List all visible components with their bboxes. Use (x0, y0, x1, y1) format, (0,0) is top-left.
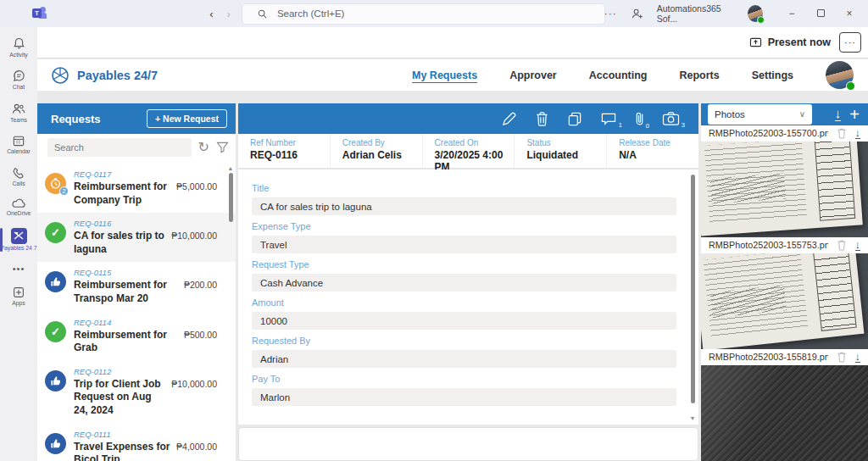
duplicate-copy-icon[interactable] (567, 111, 582, 127)
rail-more-icon[interactable]: ••• (0, 257, 37, 280)
restore-button[interactable] (810, 8, 831, 19)
photo-filename: RMBPhoto252003-155753.png (709, 240, 828, 250)
request-row-0116[interactable]: ✓ REQ-0116 CA for sales trip to laguna ₱… (37, 213, 236, 262)
app-rail: Activity Chat Teams Calendar Calls OneDr… (0, 27, 37, 461)
titlebar-more-icon[interactable]: ··· (604, 8, 617, 19)
request-form: Title Expense Type Request Type Amount R… (238, 169, 698, 425)
photos-panel: Photos ∨ ↓ + RMBPhoto252003-155700.png ↓… (701, 103, 868, 461)
info-created-by: Created By Adrian Celis (330, 134, 422, 168)
delete-photo-icon[interactable] (837, 351, 847, 363)
app-tabs: My Requests Approver Accounting Reports … (412, 61, 868, 89)
download-all-icon[interactable]: ↓ (835, 107, 842, 121)
photo-file-row: RMBPhoto252003-155819.png ↓ (701, 349, 868, 365)
teams-logo-icon: T (32, 6, 47, 21)
minimize-button[interactable]: − (782, 8, 802, 19)
form-scrollbar[interactable]: ▼ (689, 173, 696, 421)
chevron-down-icon: ∨ (799, 109, 805, 119)
presence-dot (757, 16, 765, 24)
delete-photo-icon[interactable] (837, 239, 847, 251)
photo-file-row: RMBPhoto252003-155700.png ↓ (701, 125, 868, 142)
tab-accounting[interactable]: Accounting (589, 66, 648, 85)
meeting-more-button[interactable]: ··· (839, 32, 861, 53)
close-button[interactable]: × (839, 8, 860, 19)
global-search-input[interactable]: Search (Ctrl+E) (242, 4, 604, 24)
photos-select[interactable]: Photos ∨ (708, 104, 812, 125)
comments-icon[interactable]: 1 (600, 111, 617, 126)
filter-icon[interactable] (216, 142, 229, 153)
thumbs-up-icon (45, 271, 66, 292)
amount-field[interactable] (252, 312, 676, 330)
title-field[interactable] (252, 197, 676, 215)
add-photo-icon[interactable]: + (849, 106, 860, 123)
refresh-icon[interactable]: ↻ (198, 141, 209, 154)
tab-my-requests[interactable]: My Requests (412, 66, 477, 85)
requests-title: Requests (51, 113, 101, 125)
request-row-0111[interactable]: REQ-0111 Travel Expenses for Bicol Trip … (37, 424, 236, 461)
add-people-icon[interactable] (631, 8, 643, 19)
payables-app-icon (11, 228, 27, 244)
requests-search-input[interactable] (47, 138, 192, 157)
aperture-logo-icon (51, 66, 70, 85)
approved-check-icon: ✓ (45, 222, 66, 243)
attachment-paperclip-icon[interactable]: 0 (635, 110, 644, 127)
org-name[interactable]: Automations365 Sof... (657, 3, 735, 24)
pending-count-badge: 2 (59, 186, 69, 196)
thumbs-up-icon (45, 370, 66, 392)
requested-by-field[interactable] (252, 350, 676, 368)
rail-item-payables[interactable]: Payables 24 7 (0, 223, 37, 257)
download-photo-icon[interactable]: ↓ (855, 127, 861, 139)
info-release-date: Release Date N/A (606, 134, 698, 168)
forward-arrow-icon: › (227, 8, 231, 20)
cloud-icon (11, 197, 26, 209)
apps-icon (12, 286, 25, 299)
teams-people-icon (11, 102, 26, 116)
photo-thumbnail-1[interactable] (701, 142, 868, 237)
photo-file-row: RMBPhoto252003-155753.png ↓ (701, 237, 868, 253)
tab-settings[interactable]: Settings (752, 66, 793, 85)
rail-item-onedrive[interactable]: OneDrive (0, 192, 37, 222)
expense-type-field[interactable] (252, 236, 676, 253)
request-detail-panel: 1 0 3 Ref Number REQ-0116 Created By Adr… (238, 103, 698, 461)
request-row-0117[interactable]: 2 REQ-0117 Reimbursement for Company Tri… (37, 164, 236, 213)
rail-item-teams[interactable]: Teams (0, 97, 37, 129)
download-photo-icon[interactable]: ↓ (855, 351, 861, 363)
present-now-button[interactable]: Present now (749, 36, 831, 48)
tab-approver[interactable]: Approver (509, 66, 557, 85)
download-photo-icon[interactable]: ↓ (855, 239, 861, 251)
pay-to-field[interactable] (252, 388, 676, 406)
titlebar-avatar[interactable] (748, 5, 763, 22)
photo-thumbnail-2[interactable] (701, 253, 868, 349)
tab-reports[interactable]: Reports (679, 66, 719, 85)
rail-item-calls[interactable]: Calls (0, 161, 37, 192)
rail-item-activity[interactable]: Activity (0, 31, 37, 64)
info-created-on: Created On 3/20/2025 4:00 PM (422, 134, 515, 168)
camera-photos-icon[interactable]: 3 (662, 111, 680, 126)
delete-photo-icon[interactable] (837, 127, 847, 139)
delete-trash-icon[interactable] (535, 111, 549, 127)
rail-item-apps[interactable]: Apps (0, 280, 37, 312)
user-avatar[interactable] (826, 61, 854, 89)
request-row-0115[interactable]: REQ-0115 Reimbursement for Transpo Mar 2… (37, 262, 236, 311)
page-title: Payables 24/7 (77, 69, 158, 82)
requests-scrollbar[interactable]: ▲ (227, 165, 234, 461)
photo-filename: RMBPhoto252003-155700.png (709, 128, 828, 138)
share-screen-icon (749, 36, 762, 48)
back-arrow-icon[interactable]: ‹ (209, 8, 213, 20)
comment-count: 1 (619, 121, 622, 129)
info-ref-number: Ref Number REQ-0116 (238, 134, 330, 168)
search-placeholder: Search (Ctrl+E) (277, 8, 345, 19)
request-row-0114[interactable]: ✓ REQ-0114 Reimbursement for Grab ₱500.0… (37, 312, 236, 361)
edit-pencil-icon[interactable] (501, 111, 517, 127)
info-status: Status Liquidated (514, 134, 606, 168)
new-request-button[interactable]: + New Request (147, 109, 227, 128)
photo-count: 3 (682, 121, 685, 129)
photo-thumbnail-3[interactable] (701, 365, 868, 461)
rail-item-calendar[interactable]: Calendar (0, 129, 37, 160)
requests-list: 2 REQ-0117 Reimbursement for Company Tri… (37, 160, 236, 461)
approved-check-icon: ✓ (45, 321, 66, 342)
request-row-0112[interactable]: REQ-0112 Trip for Client Job Request on … (37, 361, 236, 424)
comments-section-placeholder (238, 427, 698, 461)
rail-item-chat[interactable]: Chat (0, 64, 37, 96)
request-type-field[interactable] (252, 274, 676, 292)
meeting-control-bar: Present now ··· (37, 27, 868, 58)
